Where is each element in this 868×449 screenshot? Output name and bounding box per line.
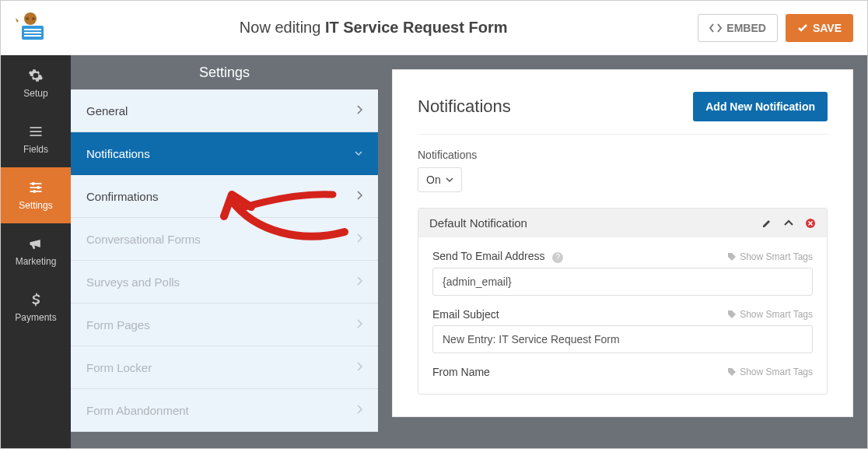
save-button-label: SAVE <box>813 22 842 34</box>
form-name: IT Service Request Form <box>325 19 508 36</box>
edit-icon[interactable] <box>761 218 772 229</box>
bullhorn-icon <box>28 236 44 251</box>
smart-tags-label: Show Smart Tags <box>740 251 813 262</box>
chevron-down-icon <box>446 176 453 184</box>
chevron-down-icon <box>355 147 362 160</box>
svg-rect-9 <box>30 135 42 136</box>
settings-panel-label: Confirmations <box>86 190 159 203</box>
settings-panel-form-locker[interactable]: Form Locker <box>71 346 378 389</box>
send-to-input[interactable] <box>432 268 813 296</box>
svg-rect-6 <box>24 35 41 37</box>
wpforms-logo <box>12 9 49 47</box>
nav-setup-label: Setup <box>23 88 47 99</box>
chevron-right-icon <box>356 361 362 374</box>
show-smart-tags-fromname[interactable]: Show Smart Tags <box>727 367 813 377</box>
subject-label: Email Subject <box>432 308 499 321</box>
chevron-right-icon <box>356 318 362 331</box>
chevron-right-icon <box>356 275 362 288</box>
content-title: Notifications <box>418 96 511 117</box>
settings-panel-confirmations[interactable]: Confirmations <box>71 175 378 218</box>
sliders-icon <box>28 180 44 195</box>
svg-rect-8 <box>30 131 42 132</box>
show-smart-tags-sendto[interactable]: Show Smart Tags <box>727 251 813 262</box>
svg-rect-4 <box>24 29 41 30</box>
smart-tags-label: Show Smart Tags <box>740 309 813 320</box>
embed-button[interactable]: EMBED <box>698 14 778 42</box>
settings-panel-conversational-forms[interactable]: Conversational Forms <box>71 218 378 261</box>
svg-point-2 <box>32 17 35 20</box>
svg-point-11 <box>32 182 35 185</box>
nav-marketing-label: Marketing <box>16 256 57 267</box>
chevron-right-icon <box>356 104 362 117</box>
dollar-icon <box>28 292 44 307</box>
settings-panel-general[interactable]: General <box>71 89 378 132</box>
send-to-label: Send To Email Address ? <box>432 250 563 263</box>
chevron-right-icon <box>356 233 362 245</box>
notifications-toggle[interactable]: On <box>418 167 462 192</box>
settings-panel-label: Surveys and Polls <box>86 275 180 289</box>
save-button[interactable]: SAVE <box>786 14 853 42</box>
nav-settings-label: Settings <box>19 200 52 211</box>
settings-panel-notifications[interactable]: Notifications <box>71 132 378 175</box>
check-icon <box>797 23 808 33</box>
collapse-icon[interactable] <box>783 218 794 229</box>
svg-rect-7 <box>30 127 42 128</box>
settings-header: Settings <box>71 55 378 89</box>
settings-panel-label: Notifications <box>86 147 150 160</box>
chevron-right-icon <box>356 190 362 202</box>
smart-tags-label: Show Smart Tags <box>740 367 813 377</box>
svg-rect-5 <box>24 32 41 33</box>
page-title: Now editing IT Service Request Form <box>49 19 698 37</box>
nav-marketing[interactable]: Marketing <box>1 223 71 279</box>
settings-panel-form-abandonment[interactable]: Form Abandonment <box>71 389 378 432</box>
svg-point-15 <box>33 190 36 193</box>
now-editing-label: Now editing <box>240 19 321 36</box>
from-name-label: From Name <box>432 366 490 378</box>
help-icon[interactable]: ? <box>552 252 563 263</box>
settings-panel-label: Form Abandonment <box>86 404 189 417</box>
tag-icon <box>727 252 737 261</box>
settings-panel-label: Conversational Forms <box>86 233 201 246</box>
list-icon <box>28 124 44 139</box>
embed-button-label: EMBED <box>726 22 766 34</box>
svg-point-1 <box>26 17 29 20</box>
settings-panel-surveys-and-polls[interactable]: Surveys and Polls <box>71 261 378 303</box>
svg-point-13 <box>37 186 40 189</box>
left-nav: Setup Fields Settings Marketing Payments <box>1 55 71 448</box>
nav-setup[interactable]: Setup <box>1 55 71 111</box>
settings-panel-label: General <box>86 104 128 118</box>
nav-settings[interactable]: Settings <box>1 167 71 223</box>
send-to-label-text: Send To Email Address <box>432 250 545 262</box>
nav-fields[interactable]: Fields <box>1 111 71 167</box>
tag-icon <box>727 367 737 377</box>
settings-panel-form-pages[interactable]: Form Pages <box>71 303 378 346</box>
settings-panel-label: Form Pages <box>86 318 150 331</box>
tag-icon <box>727 310 737 319</box>
nav-payments-label: Payments <box>15 312 56 323</box>
delete-icon[interactable] <box>805 218 816 229</box>
nav-payments[interactable]: Payments <box>1 279 71 335</box>
subject-input[interactable] <box>432 325 813 353</box>
show-smart-tags-subject[interactable]: Show Smart Tags <box>727 309 813 320</box>
notification-title: Default Notification <box>429 216 527 230</box>
code-icon <box>709 22 722 34</box>
nav-fields-label: Fields <box>23 144 48 155</box>
notifications-toggle-label: Notifications <box>418 149 828 161</box>
chevron-right-icon <box>356 404 362 416</box>
gear-icon <box>28 68 44 83</box>
add-notification-button[interactable]: Add New Notification <box>693 92 828 121</box>
settings-panel-label: Form Locker <box>86 361 152 374</box>
notifications-toggle-value: On <box>426 174 441 186</box>
